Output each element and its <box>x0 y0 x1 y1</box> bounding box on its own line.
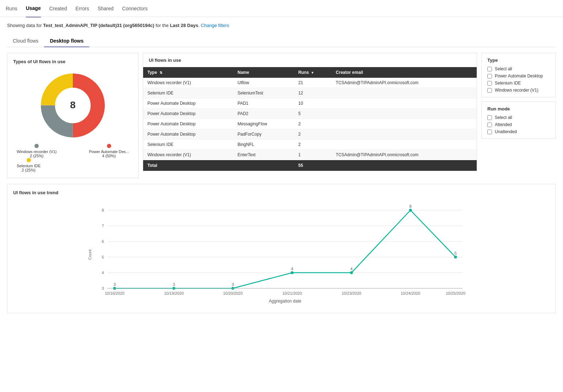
y-axis-label: Count <box>88 249 92 260</box>
point-4 <box>350 271 353 274</box>
nav-shared[interactable]: Shared <box>98 0 114 17</box>
cell-type: Power Automate Desktop <box>143 119 233 129</box>
point-3 <box>291 271 294 274</box>
sort-icon-type: ⇅ <box>159 71 162 75</box>
cell-email <box>331 140 477 150</box>
table-row[interactable]: Selenium IDE SeleniumTest 12 <box>143 88 477 98</box>
info-bar: Showing data for Test_test_AdminAPI_TIP … <box>7 23 556 28</box>
tab-desktop-flows[interactable]: Desktop flows <box>44 35 89 47</box>
legend-selenium: Selenium IDE 2 (25%) <box>17 158 40 172</box>
label-0: 3 <box>113 282 115 287</box>
cell-email <box>331 129 477 140</box>
type-filter-wr: Windows recorder (V1) <box>487 88 550 93</box>
cell-name: Ulflow <box>233 78 294 88</box>
label-3: 4 <box>291 267 293 271</box>
cell-runs: 2 <box>294 119 332 129</box>
x-label-3: 10/21/2020 <box>282 291 302 295</box>
donut-svg: 8 <box>37 70 108 141</box>
cell-name: BingNFL <box>233 140 294 150</box>
tab-cloud-flows[interactable]: Cloud flows <box>7 35 44 47</box>
cell-name: MessagingFlow <box>233 119 294 129</box>
x-label-1: 10/19/2020 <box>164 291 184 295</box>
legend-wr: Windows recorder (V1) 2 (25%) <box>17 144 56 158</box>
legend-selenium-sub: 2 (25%) <box>17 168 40 172</box>
cell-email: TCSAdmin@TIPAdminAPI.onmicrosoft.com <box>331 78 477 88</box>
point-6 <box>454 256 457 258</box>
col-type[interactable]: Type ⇅ <box>143 67 233 78</box>
x-label-6: 10/25/2020 <box>446 291 465 295</box>
cell-type: Selenium IDE <box>143 88 233 98</box>
checkbox-run-unattended[interactable] <box>487 130 492 134</box>
cell-runs: 12 <box>294 88 332 98</box>
cell-runs: 2 <box>294 129 332 140</box>
nav-created[interactable]: Created <box>49 0 67 17</box>
cell-type: Selenium IDE <box>143 140 233 150</box>
svg-text:3: 3 <box>102 286 104 290</box>
legend-wr-label: Windows recorder (V1) <box>17 149 56 154</box>
legend-selenium-label: Selenium IDE <box>17 164 40 168</box>
checkbox-type-pad[interactable] <box>487 74 492 78</box>
table-title: UI flows in use <box>143 53 477 67</box>
legend-wr-sub: 2 (25%) <box>17 154 56 158</box>
nav-errors[interactable]: Errors <box>76 0 89 17</box>
col-name[interactable]: Name <box>233 67 294 78</box>
run-mode-unattended: Unattended <box>487 129 550 134</box>
nav-connectors[interactable]: Connectors <box>122 0 148 17</box>
run-mode-filter-box: Run mode Select all Attended Unattended <box>481 102 556 139</box>
col-email[interactable]: Creator email <box>331 67 477 78</box>
x-label-4: 10/23/2020 <box>342 291 361 295</box>
cell-email <box>331 88 477 98</box>
table-panel: UI flows in use Type ⇅ Name Runs ▾ Creat… <box>143 53 477 171</box>
run-mode-attended: Attended <box>487 122 550 127</box>
label-6: 5 <box>454 251 456 255</box>
legend-pad-label: Power Automate Des... <box>89 149 129 154</box>
type-filter-pad: Power Automate Desktop <box>487 74 550 78</box>
cell-name: PAD2 <box>233 109 294 119</box>
checkbox-type-wr[interactable] <box>487 88 492 93</box>
svg-text:5: 5 <box>102 255 104 259</box>
checkbox-run-attended[interactable] <box>487 123 492 127</box>
info-period: Last 28 Days <box>170 23 198 28</box>
table-row[interactable]: Power Automate Desktop PAD2 5 <box>143 109 477 119</box>
donut-center-text: 8 <box>70 99 76 110</box>
table-row[interactable]: Selenium IDE BingNFL 2 <box>143 140 477 150</box>
side-filters: Type Select all Power Automate Desktop S… <box>481 53 556 139</box>
col-runs[interactable]: Runs ▾ <box>294 67 332 78</box>
table-row[interactable]: Power Automate Desktop PAD1 10 <box>143 98 477 109</box>
checkbox-run-select-all[interactable] <box>487 115 492 120</box>
donut-wrapper: 8 <box>37 70 108 141</box>
donut-legend: Windows recorder (V1) 2 (25%) Power Auto… <box>13 144 132 172</box>
nav-usage[interactable]: Usage <box>26 0 41 17</box>
table-row[interactable]: Windows recorder (V1) EnterText 1 TCSAdm… <box>143 150 477 160</box>
label-1: 3 <box>173 282 175 287</box>
donut-panel: Types of UI flows in use 8 <box>7 53 139 178</box>
svg-text:8: 8 <box>102 208 104 212</box>
cell-email <box>331 98 477 109</box>
trend-title: UI flows in use trend <box>13 190 550 195</box>
table-row[interactable]: Windows recorder (V1) Ulflow 21 TCSAdmin… <box>143 78 477 88</box>
svg-text:6: 6 <box>102 239 104 244</box>
cell-name: EnterText <box>233 150 294 160</box>
checkbox-type-select-all[interactable] <box>487 67 492 71</box>
checkbox-type-selenium[interactable] <box>487 81 492 86</box>
cell-email <box>331 109 477 119</box>
sort-icon-runs: ▾ <box>312 71 313 75</box>
footer-label: Total <box>143 160 233 171</box>
cell-runs: 5 <box>294 109 332 119</box>
x-label-0: 10/16/2020 <box>105 291 124 295</box>
cell-email: TCSAdmin@TIPAdminAPI.onmicrosoft.com <box>331 150 477 160</box>
cell-runs: 21 <box>294 78 332 88</box>
donut-title: Types of UI flows in use <box>13 59 132 64</box>
label-4: 4 <box>350 267 352 271</box>
nav-runs[interactable]: Runs <box>6 0 17 17</box>
change-filters-link[interactable]: Change filters <box>201 23 229 28</box>
top-nav: Runs Usage Created Errors Shared Connect… <box>0 0 563 17</box>
table-row[interactable]: Power Automate Desktop MessagingFlow 2 <box>143 119 477 129</box>
table-row[interactable]: Power Automate Desktop PadForCopy 2 <box>143 129 477 140</box>
run-mode-filter-title: Run mode <box>487 106 550 111</box>
donut-container: 8 Windows recorder (V1) 2 (25%) Power Au… <box>13 70 132 172</box>
cell-name: SeleniumTest <box>233 88 294 98</box>
footer-total: 55 <box>294 160 332 171</box>
info-for: for the <box>156 23 169 28</box>
cell-name: PadForCopy <box>233 129 294 140</box>
